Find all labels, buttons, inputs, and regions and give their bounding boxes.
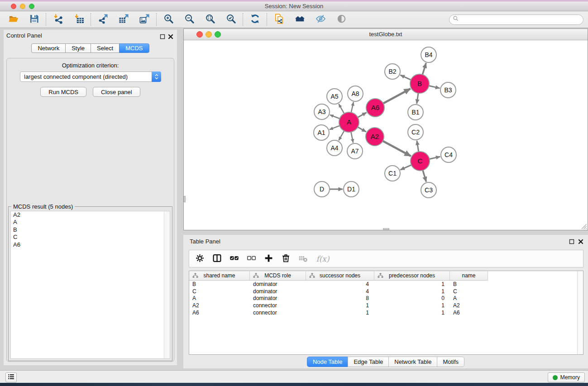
zoom-selected-icon — [226, 14, 236, 25]
node-C3[interactable]: C3 — [421, 182, 436, 198]
import-table-button[interactable] — [70, 13, 87, 26]
svg-text:A3: A3 — [318, 108, 325, 115]
tab-style[interactable]: Style — [65, 43, 91, 53]
zoom-in-button[interactable] — [160, 13, 177, 26]
bottom-splitter-handle[interactable] — [383, 228, 389, 230]
close-panel-icon[interactable] — [168, 34, 173, 39]
result-item[interactable]: A2 — [11, 211, 170, 219]
export-image-button[interactable] — [136, 13, 153, 26]
node-C2[interactable]: C2 — [408, 124, 423, 140]
table-cell: connector — [250, 310, 306, 316]
save-session-button[interactable] — [25, 13, 43, 26]
table-row[interactable]: Cdominator41C — [189, 288, 583, 295]
close-window-button[interactable] — [11, 4, 16, 9]
node-D[interactable]: D — [314, 181, 330, 197]
result-scrollbar[interactable] — [164, 211, 170, 358]
node-A8[interactable]: A8 — [348, 86, 363, 101]
close-view-button[interactable] — [196, 31, 203, 38]
tab-motifs[interactable]: Motifs — [437, 357, 464, 367]
node-A7[interactable]: A7 — [347, 143, 363, 159]
node-A5[interactable]: A5 — [327, 89, 342, 104]
result-item[interactable]: A — [11, 219, 170, 226]
task-history-button[interactable] — [5, 372, 17, 382]
close-panel-button[interactable]: Close panel — [93, 87, 140, 97]
result-item[interactable]: A6 — [11, 241, 170, 248]
tab-edge-table[interactable]: Edge Table — [348, 357, 389, 367]
node-B4[interactable]: B4 — [421, 47, 436, 62]
export-network-button[interactable] — [94, 13, 111, 26]
node-B1[interactable]: B1 — [408, 105, 423, 120]
show-panels-button[interactable] — [333, 13, 350, 26]
minimize-window-button[interactable] — [20, 4, 25, 9]
node-A3[interactable]: A3 — [314, 104, 330, 119]
delete-rows-button[interactable] — [279, 253, 292, 265]
close-table-panel-icon[interactable] — [578, 239, 583, 244]
export-table-button[interactable] — [115, 13, 132, 26]
zoom-fit-button[interactable] — [201, 13, 219, 26]
left-splitter-handle[interactable] — [184, 196, 186, 202]
zoom-view-button[interactable] — [215, 31, 221, 38]
node-A6[interactable]: A6 — [366, 99, 384, 117]
column-header-MCDS-role[interactable]: MCDS role — [250, 271, 306, 281]
column-header-name[interactable]: name — [450, 271, 488, 281]
node-C1[interactable]: C1 — [385, 166, 400, 181]
node-B3[interactable]: B3 — [440, 82, 456, 98]
add-row-button[interactable] — [262, 253, 275, 265]
duplicate-network-button[interactable] — [270, 13, 287, 26]
column-header-shared-name[interactable]: shared name — [189, 271, 250, 281]
table-row[interactable]: A2connector11A2 — [189, 302, 583, 309]
column-header-successor-nodes[interactable]: successor nodes — [306, 271, 374, 281]
node-A2[interactable]: A2 — [366, 128, 384, 146]
network-window-titlebar[interactable]: testGlobe.txt — [184, 29, 588, 40]
search-box[interactable] — [449, 14, 583, 25]
edge-A2-C — [382, 141, 411, 156]
result-item[interactable]: B — [11, 226, 170, 234]
gear-button[interactable] — [193, 253, 206, 265]
zoom-window-button[interactable] — [29, 4, 34, 9]
node-A[interactable]: A — [339, 112, 359, 132]
table-scrollbar[interactable] — [577, 271, 583, 354]
tab-node-table[interactable]: Node Table — [307, 357, 349, 367]
float-panel-icon[interactable] — [160, 34, 165, 39]
table-row[interactable]: A6connector11A6 — [189, 309, 583, 316]
node-D1[interactable]: D1 — [344, 181, 359, 197]
edge-A-A8 — [351, 102, 354, 113]
tab-mcds[interactable]: MCDS — [119, 43, 149, 53]
node-C[interactable]: C — [411, 152, 430, 171]
memory-button[interactable]: Memory — [548, 372, 585, 382]
criterion-dropdown[interactable]: largest connected component (directed) — [20, 71, 161, 82]
column-header-predecessor-nodes[interactable]: predecessor nodes — [374, 271, 450, 281]
memory-label: Memory — [560, 374, 580, 381]
node-B[interactable]: B — [410, 74, 429, 93]
home-layout-button[interactable] — [291, 13, 308, 26]
select-all-button[interactable] — [228, 253, 241, 265]
open-session-button[interactable] — [5, 13, 22, 26]
node-A1[interactable]: A1 — [314, 125, 329, 140]
select-all-icon — [229, 253, 239, 264]
columns-button[interactable] — [210, 253, 224, 265]
svg-text:D: D — [320, 186, 324, 193]
import-network-icon — [53, 14, 63, 25]
table-row[interactable]: Bdominator41B — [189, 281, 583, 288]
zoom-selected-button[interactable] — [222, 13, 239, 26]
node-C4[interactable]: C4 — [441, 147, 456, 162]
tab-select[interactable]: Select — [91, 43, 120, 53]
table-row[interactable]: Adominator80A — [189, 295, 583, 302]
tab-network[interactable]: Network — [31, 43, 66, 53]
result-item[interactable]: C — [11, 234, 170, 241]
node-B2[interactable]: B2 — [385, 64, 400, 79]
resize-grip-icon[interactable] — [580, 223, 587, 229]
network-canvas[interactable]: B4B2BB3A8A5A6A3B1AA1C2A2A4A7C4CC1C3DD1 — [184, 40, 588, 230]
minimize-view-button[interactable] — [206, 31, 212, 38]
run-mcds-button[interactable]: Run MCDS — [40, 87, 86, 97]
refresh-layout-button[interactable] — [246, 13, 263, 26]
tab-network-table[interactable]: Network Table — [388, 357, 437, 367]
deselect-all-button[interactable] — [245, 253, 258, 265]
import-network-button[interactable] — [49, 13, 67, 26]
mcds-result-list[interactable]: A2ABCA6 — [10, 211, 170, 359]
search-input[interactable] — [461, 16, 580, 23]
node-A4[interactable]: A4 — [327, 140, 342, 156]
hide-panels-button[interactable] — [312, 13, 329, 26]
zoom-out-button[interactable] — [181, 13, 198, 26]
float-table-panel-icon[interactable] — [569, 239, 574, 244]
